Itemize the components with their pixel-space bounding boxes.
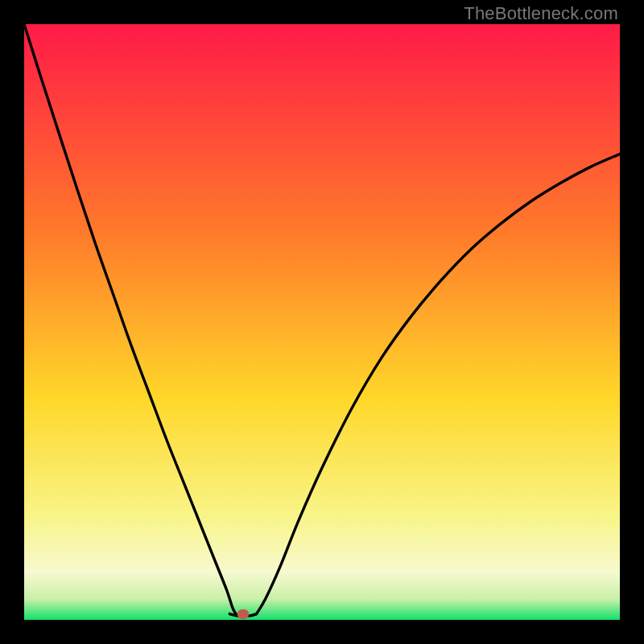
curve-left-branch bbox=[24, 24, 237, 616]
watermark-text: TheBottleneck.com bbox=[464, 3, 618, 24]
curve-layer bbox=[24, 24, 620, 620]
curve-right-branch bbox=[257, 154, 620, 613]
marker-dot bbox=[237, 609, 249, 619]
